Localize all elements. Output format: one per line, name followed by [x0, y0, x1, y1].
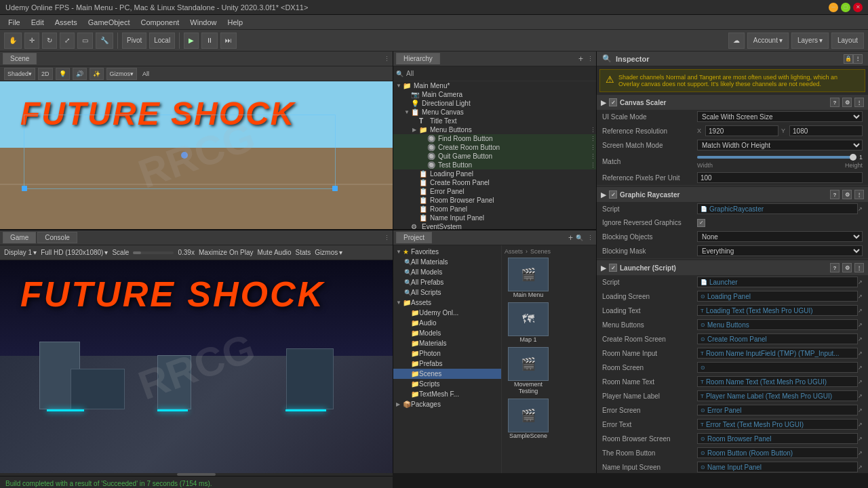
tool-scale[interactable]: ⤢ [60, 33, 75, 49]
quit-more[interactable]: ⋮ [590, 153, 596, 160]
canvas-scaler-toggle[interactable]: ✓ [609, 98, 617, 106]
the-room-btn-ref[interactable]: ⊙ Room Button (Room Button) [697, 447, 858, 458]
search-icon-2[interactable]: 🔍 [576, 235, 583, 241]
twod-toggle[interactable]: 2D [38, 68, 53, 80]
maximize-button[interactable]: □ [841, 3, 850, 12]
canvas-scaler-header[interactable]: ▶ ✓ Canvas Scaler ? ⚙ ⋮ [597, 95, 868, 110]
tab-game[interactable]: Game [3, 232, 36, 243]
menu-btns-link[interactable]: ↗ [858, 322, 863, 328]
hier-item-menu-buttons[interactable]: ▶ 📁 Menu Buttons ⋮ [393, 125, 596, 134]
models-folder[interactable]: 📁 Models [393, 328, 501, 338]
launcher-more[interactable]: ⋮ [854, 263, 864, 272]
menu-file[interactable]: File [3, 17, 26, 28]
hier-item-menu-canvas[interactable]: ▼ 📋 Menu Canvas [393, 108, 596, 117]
menu-btn-more[interactable]: ⋮ [590, 127, 596, 134]
hier-item-name-input[interactable]: 📋 Name Input Panel [393, 214, 596, 222]
hier-item-title-text[interactable]: T Title Text [393, 117, 596, 125]
menu-window[interactable]: Window [184, 17, 222, 28]
player-name-label-link[interactable]: ↗ [858, 393, 863, 399]
all-models[interactable]: 🔍 All Models [393, 267, 501, 277]
hier-item-quit-game-btn[interactable]: 🔘 Quit Game Button ⋮ [393, 152, 596, 161]
create-room-screen-ref[interactable]: ⊙ Create Room Panel [697, 333, 858, 344]
hier-item-event-system[interactable]: ⚙ EventSystem [393, 222, 596, 229]
loading-text-link[interactable]: ↗ [858, 308, 863, 314]
loading-screen-ref[interactable]: ⊙ Loading Panel [697, 291, 858, 302]
room-name-input-link[interactable]: ↗ [858, 350, 863, 357]
scenes-folder[interactable]: 📁 Scenes [393, 369, 501, 379]
tool-move[interactable]: ✛ [24, 33, 39, 49]
layout-button[interactable]: Layout [831, 33, 864, 49]
local-button[interactable]: Local [149, 33, 175, 49]
tool-hand[interactable]: ✋ [4, 33, 22, 49]
all-scripts[interactable]: 🔍 All Scripts [393, 287, 501, 298]
loading-screen-link[interactable]: ↗ [858, 293, 863, 300]
error-text-ref[interactable]: T Error Text (Text Mesh Pro UGUI) [697, 419, 858, 430]
scripts-folder[interactable]: 📁 Scripts [393, 379, 501, 389]
room-browser-screen-link[interactable]: ↗ [858, 436, 863, 442]
favorites-folder[interactable]: ▼ ★ Favorites [393, 247, 501, 257]
hier-item-main-camera[interactable]: 📷 Main Camera [393, 90, 596, 99]
menu-component[interactable]: Component [135, 17, 184, 28]
launcher-info[interactable]: ? [830, 263, 840, 272]
blocking-mask-select[interactable]: Everything [697, 245, 863, 256]
gr-more[interactable]: ⋮ [854, 190, 864, 199]
hier-item-find-room-btn[interactable]: 🔘 Find Room Button ⋮ [393, 134, 596, 143]
canvas-scaler-more[interactable]: ⋮ [854, 98, 864, 107]
hierarchy-more-icon[interactable]: ⋮ [587, 56, 593, 62]
room-name-text-link[interactable]: ↗ [858, 379, 863, 385]
test-more[interactable]: ⋮ [590, 162, 596, 169]
launcher-settings[interactable]: ⚙ [842, 263, 852, 272]
loading-text-ref[interactable]: T Loading Text (Text Mesh Pro UGUI) [697, 305, 858, 316]
menu-assets[interactable]: Assets [50, 17, 83, 28]
scene-item-movement[interactable]: 🎬 Movement Testing [505, 347, 552, 394]
packages-folder[interactable]: ▶ 📦 Packages [393, 399, 501, 409]
room-browser-screen-ref[interactable]: ⊙ Room Browser Panel [697, 433, 858, 444]
graphic-raycaster-header[interactable]: ▶ ✓ Graphic Raycaster ? ⚙ ⋮ [597, 187, 868, 202]
name-input-screen-ref[interactable]: ⊙ Name Input Panel [697, 462, 858, 472]
tool-rotate[interactable]: ↻ [42, 33, 57, 49]
layers-button[interactable]: Layers ▾ [791, 33, 829, 49]
tab-hierarchy[interactable]: Hierarchy [396, 53, 440, 64]
photon-folder[interactable]: 📁 Photon [393, 348, 501, 359]
ref-res-y[interactable] [789, 125, 863, 136]
gr-script-value[interactable]: 📄 GraphicRaycaster [697, 203, 858, 214]
shaded-select[interactable]: Shaded ▾ [4, 68, 35, 80]
udemy-folder[interactable]: 📁 Udemy Onl... [393, 308, 501, 318]
error-screen-ref[interactable]: ⊙ Error Panel [697, 405, 858, 415]
textmesh-folder[interactable]: 📁 TextMesh F... [393, 389, 501, 399]
tab-scene[interactable]: Scene [3, 53, 37, 64]
create-room-more[interactable]: ⋮ [590, 144, 596, 151]
gizmos-btn[interactable]: Gizmos ▾ [106, 68, 138, 80]
gr-toggle[interactable]: ✓ [609, 190, 617, 199]
blocking-obj-select[interactable]: None [697, 231, 863, 242]
player-name-label-ref[interactable]: T Player Name Label (Text Mesh Pro UGUI) [697, 390, 858, 401]
close-button[interactable]: ✕ [853, 3, 863, 12]
find-room-more[interactable]: ⋮ [590, 136, 596, 142]
hier-item-create-room-panel[interactable]: 📋 Create Room Panel [393, 178, 596, 187]
hier-item-dir-light[interactable]: 💡 Directional Light [393, 99, 596, 108]
hier-item-room-browser[interactable]: 📋 Room Browser Panel [393, 196, 596, 205]
all-prefabs[interactable]: 🔍 All Prefabs [393, 277, 501, 287]
menu-edit[interactable]: Edit [26, 17, 50, 28]
assets-crumb[interactable]: Assets [505, 248, 523, 255]
ignore-rev-check[interactable]: ✓ [697, 219, 705, 227]
create-room-screen-link[interactable]: ↗ [858, 336, 863, 342]
project-add-icon[interactable]: + [568, 233, 573, 243]
game-content[interactable]: FUTURE SHOCK RRCG [0, 260, 393, 473]
scale-control[interactable]: Scale 0.39x [112, 249, 194, 256]
room-screen-ref[interactable]: ⊙ [697, 362, 858, 373]
step-button[interactable]: ⏭ [220, 33, 237, 49]
all-materials[interactable]: 🔍 All Materials [393, 257, 501, 267]
scene-item-sample[interactable]: 🎬 SampleScene [505, 399, 552, 439]
launcher-script-link[interactable]: ↗ [858, 279, 863, 285]
hierarchy-add-icon[interactable]: + [578, 54, 583, 64]
canvas-scaler-info[interactable]: ? [830, 98, 840, 107]
tab-project[interactable]: Project [396, 232, 432, 243]
menu-gameobject[interactable]: GameObject [83, 17, 136, 28]
scene-item-main-menu[interactable]: 🎬 Main Menu [505, 258, 552, 298]
room-screen-link[interactable]: ↗ [858, 365, 863, 371]
gr-info[interactable]: ? [830, 190, 840, 199]
audio-folder[interactable]: 📁 Audio [393, 318, 501, 328]
resolution-select[interactable]: Full HD (1920x1080) ▾ [41, 249, 108, 256]
launcher-toggle[interactable]: ✓ [609, 264, 617, 272]
